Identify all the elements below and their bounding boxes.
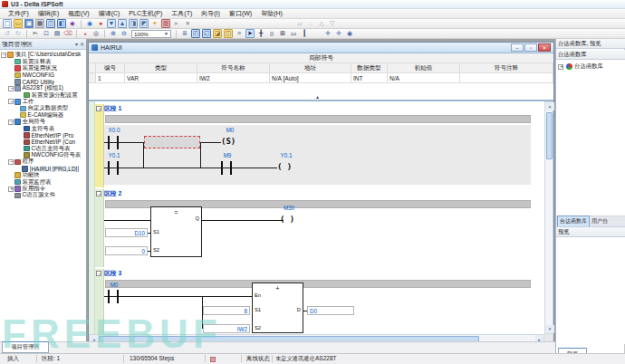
compile-pou-icon[interactable]: ◉ [345, 29, 354, 38]
network3-strip[interactable] [95, 269, 104, 334]
print-icon[interactable]: ▦ [35, 19, 44, 28]
tree-item-nwconfig-symbol-table[interactable]: NWCONFIG符号表 [0, 152, 86, 158]
tab-delta-library[interactable]: 台达函数库 [557, 216, 590, 226]
options-icon[interactable]: ◆ [68, 19, 77, 28]
paste-icon[interactable]: ▤ [53, 29, 62, 38]
cell-symbol-name[interactable]: IW2 [197, 73, 270, 83]
tree-item-programs[interactable]: 程序 [0, 158, 86, 165]
column-header[interactable]: 符号注释 [460, 63, 553, 73]
tree-item-c-source[interactable]: C语言源文件 [0, 192, 86, 198]
project-panel-tab[interactable]: 项目管理区 [2, 341, 49, 353]
network3-comment-bar[interactable] [105, 280, 531, 288]
menu-plc[interactable]: PLC主机(P) [124, 8, 167, 19]
insert-vertical-line-icon[interactable]: ┃ [300, 29, 309, 38]
zoom-in-icon[interactable]: ⊕ [109, 29, 118, 38]
close-icon[interactable]: ✕ [80, 41, 84, 47]
restore-button[interactable] [524, 43, 537, 52]
tree-item-main-symbol-table[interactable]: 主符号表 [0, 125, 86, 131]
gray-tool-icon-1[interactable]: ▱ [295, 19, 304, 28]
tree-item-monitor-table[interactable]: 装置监控表 [0, 178, 86, 185]
tree-item-global-symbols[interactable]: 全局符号 [0, 119, 86, 125]
tree-item-resource-allocation[interactable]: 装置资源分配设置 [0, 91, 86, 98]
contact-x0-0[interactable] [108, 136, 119, 149]
insert-coil-icon[interactable]: () [267, 29, 276, 38]
tree-item-nwconfig[interactable]: NWCONFIG [0, 72, 86, 78]
gray-tool-icon-4[interactable]: ▽ [328, 19, 337, 28]
online-monitor-icon[interactable]: ◨ [129, 19, 138, 28]
minimize-button[interactable] [511, 43, 524, 52]
library-panel-caption[interactable]: 台达函数库, 预览 [556, 39, 625, 49]
collapse-icon[interactable] [96, 271, 101, 276]
cell-initial-value[interactable]: N/A [388, 73, 460, 83]
insert-contact-icon[interactable]: ╂ [256, 29, 265, 38]
network1-header[interactable]: 区段 1 [96, 104, 121, 113]
contact-m9[interactable] [221, 161, 232, 175]
network2-strip[interactable] [95, 189, 104, 267]
collapse-icon[interactable] [8, 120, 14, 125]
selected-empty-cell[interactable] [144, 136, 200, 148]
network2-header[interactable]: 区段 2 [96, 189, 121, 198]
zoom-level-select[interactable]: 100%▼ [131, 30, 171, 38]
gray-tool-icon-2[interactable]: ◌ [306, 19, 315, 28]
save-icon[interactable]: ▣ [24, 19, 34, 28]
new-project-icon[interactable]: ▢ [3, 19, 12, 28]
collapse-icon[interactable] [8, 159, 14, 165]
column-header[interactable]: 符号名称 [197, 63, 270, 73]
zoom-out-icon[interactable]: ⊖ [120, 29, 129, 38]
column-header[interactable]: 类型 [125, 63, 197, 73]
coil-m30[interactable]: ( ) [280, 215, 294, 224]
tree-item-hairui-program[interactable]: HAIRUI [PRG,LD] [0, 166, 86, 172]
expand-icon[interactable] [8, 187, 14, 192]
delete-icon[interactable]: ⌫ [63, 29, 72, 38]
close-button[interactable] [538, 43, 551, 52]
gray-tool-icon-3[interactable]: △ [317, 19, 326, 28]
upload-from-plc-icon[interactable]: ▲ [118, 19, 127, 28]
activate-network-icon[interactable]: ◪ [213, 29, 222, 38]
column-header[interactable]: 编号 [96, 63, 125, 73]
offline-mode-icon[interactable]: ● [96, 19, 105, 28]
pin-icon[interactable]: ▾ [75, 41, 78, 47]
tree-item-function-blocks[interactable]: 功能块 [0, 172, 86, 178]
tree-item-ethernetip-producer[interactable]: EtherNet/IP (Pro [0, 132, 86, 139]
tree-item-applied-instructions[interactable]: 应用指令 [0, 186, 86, 192]
menu-window[interactable]: 窗口(W) [225, 8, 256, 19]
set-coil-m0[interactable]: (S) [221, 137, 236, 146]
tree-item-ecam[interactable]: E-CAM编辑器 [0, 112, 86, 119]
menu-compile[interactable]: 编译(C) [94, 8, 125, 19]
tree-item-device-usage[interactable]: 装置使用状况 [0, 65, 86, 72]
register-editor-icon[interactable]: ▥ [161, 19, 170, 28]
document-title-bar[interactable]: HAIRUI [89, 43, 553, 53]
ladder-comment-icon[interactable]: ≣ [180, 29, 189, 38]
contact-m0[interactable] [108, 290, 119, 303]
library-root-item[interactable]: 台达函数库 [556, 60, 625, 73]
splitter-collapse-arrow[interactable]: ▲ [315, 94, 320, 100]
tree-item-project[interactable]: 项目 [C:\Users\cutai\Desk [0, 52, 86, 58]
scroll-down-arrow[interactable]: ▼ [545, 325, 554, 333]
tree-item-plc[interactable]: AS228T (模组1) [0, 85, 86, 91]
operand-s1[interactable]: 8 [203, 306, 250, 315]
coil-y0-1[interactable]: ( ) [277, 162, 292, 171]
cell-number[interactable]: 1 [96, 73, 125, 83]
cell-data-type[interactable]: INT [351, 73, 388, 83]
column-header[interactable]: 初始值 [388, 63, 460, 73]
tree-item-card-utility[interactable]: CARD Utility [0, 79, 86, 85]
contact-y0-1[interactable] [108, 161, 119, 175]
align-icon-1[interactable]: ✛ [323, 29, 332, 38]
tab-user-defined[interactable]: 用户自 [590, 216, 610, 226]
row-selector[interactable] [89, 73, 96, 83]
insert-instruction-icon[interactable]: ⊞ [278, 29, 287, 38]
undo-icon[interactable]: ↺ [3, 29, 12, 38]
insert-block-icon[interactable]: ▭ [289, 29, 298, 38]
menu-tools[interactable]: 工具(T) [167, 8, 197, 19]
expand-icon[interactable] [558, 64, 563, 70]
collapse-icon[interactable] [96, 106, 101, 111]
cell-type[interactable]: VAR [125, 73, 197, 83]
network1-strip[interactable] [95, 104, 104, 187]
menu-view[interactable]: 视图(V) [63, 8, 93, 19]
preview-section-header[interactable]: 预览 [556, 227, 625, 237]
insert-network-above-icon[interactable]: ◰ [191, 29, 200, 38]
network1-comment-bar[interactable] [105, 115, 531, 123]
vertical-scrollbar[interactable]: ▲ ▼ [544, 101, 553, 334]
column-header[interactable]: 数据类型 [351, 63, 388, 73]
bookmark-icon[interactable]: ● [81, 29, 90, 38]
